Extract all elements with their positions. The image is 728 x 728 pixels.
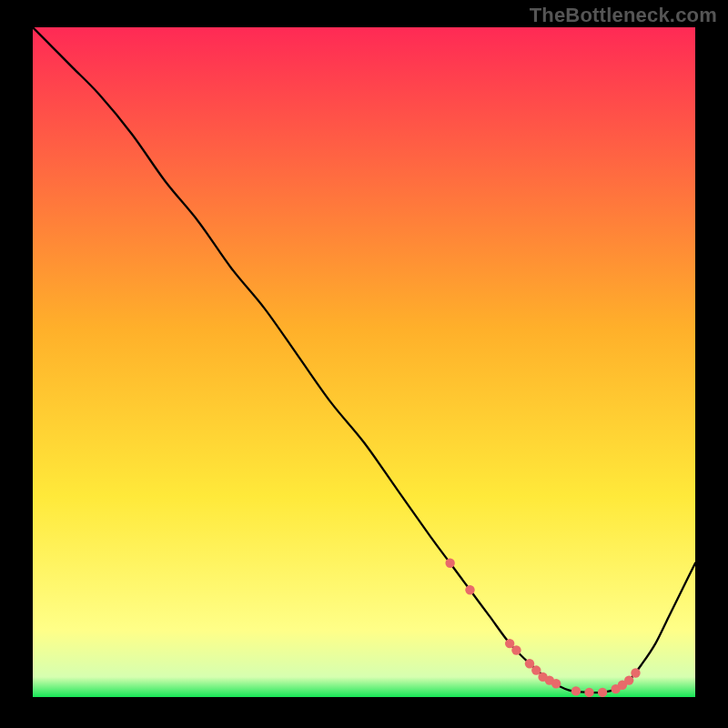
plot-area (33, 27, 695, 697)
chart-frame: { "attribution": "TheBottleneck.com", "c… (0, 0, 728, 728)
bottleneck-chart (33, 27, 695, 697)
marker-dot (631, 668, 640, 677)
marker-dot (525, 659, 534, 668)
marker-dot (505, 639, 514, 648)
marker-dot (445, 559, 454, 568)
marker-dot (531, 665, 541, 674)
marker-dot (551, 679, 561, 688)
marker-dot (584, 688, 593, 697)
attribution-text: TheBottleneck.com (530, 4, 717, 27)
gradient-background (33, 27, 695, 697)
marker-dot (598, 688, 607, 697)
marker-dot (624, 675, 633, 684)
marker-dot (511, 645, 521, 654)
marker-dot (465, 585, 474, 594)
marker-dot (571, 686, 581, 695)
